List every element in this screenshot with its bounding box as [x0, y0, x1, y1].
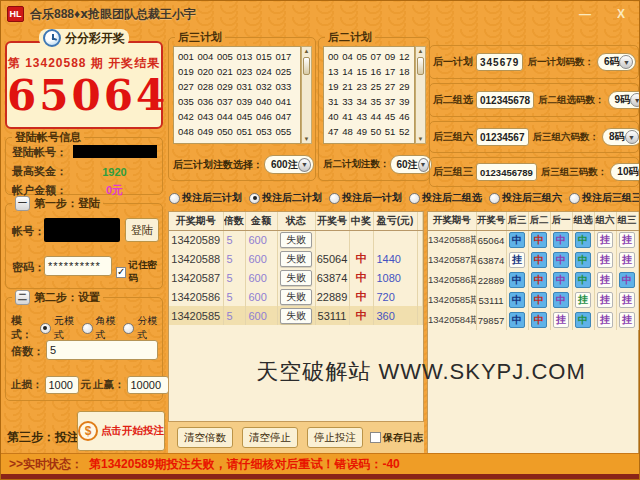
- flag-badge: 中: [575, 232, 591, 248]
- flag-badge: 中: [531, 292, 547, 308]
- flag-badge: 中: [531, 312, 547, 328]
- window-title: 合乐888♦ⅹ抢眼团队总裁王小宇: [30, 6, 196, 23]
- scroll-up-icon[interactable]: ▲: [418, 47, 424, 55]
- order-row[interactable]: 134205875600 失败 63874中1080: [169, 268, 423, 287]
- status-bar: >>实时状态： 第13420589期投注失败，请仔细核对后重试！错误码：-40: [1, 453, 640, 474]
- dropdown-arrow-icon[interactable]: ▼: [418, 158, 429, 172]
- flag-badge: 中: [531, 252, 547, 268]
- mode-fen-radio[interactable]: [123, 323, 134, 334]
- mode-yuan-radio[interactable]: [40, 323, 51, 334]
- order-row[interactable]: 134205865600 失败 22889中720: [169, 287, 423, 306]
- plan3-count-value: 600注: [271, 158, 298, 172]
- bet-option-label: 投注后二组选: [422, 191, 482, 205]
- stopwin-label: 止赢：: [93, 378, 125, 392]
- hou-san-zuliu-count-label: 后三组六码数：: [533, 131, 600, 144]
- clear-stop-button[interactable]: 清空停止: [242, 427, 298, 448]
- radio-icon[interactable]: [409, 193, 420, 204]
- hou-san-zuliu-name: 后三组六: [433, 130, 473, 144]
- clock-icon: [43, 29, 61, 47]
- stop-betting-button[interactable]: 停止投注: [307, 427, 363, 448]
- multiplier-input[interactable]: 5: [46, 340, 158, 360]
- status-badge: 失败: [280, 232, 312, 248]
- app-window: HL 合乐888♦ⅹ抢眼团队总裁王小宇 — X 分分彩开奖 第 13420588…: [0, 0, 640, 480]
- password-input[interactable]: **********: [44, 256, 112, 276]
- scroll-down-icon[interactable]: ▼: [418, 135, 424, 143]
- step1-login-group: 一 第一步：登陆 帐号： 登陆 密码： ********** ✓ 记住密码: [5, 203, 163, 289]
- minimize-button[interactable]: —: [579, 6, 591, 22]
- order-row[interactable]: 134205885600 失败 65064中1440: [169, 249, 423, 268]
- draw-period-line: 第 13420588 期 开奖结果: [7, 55, 161, 72]
- flag-badge: 挂: [597, 232, 613, 248]
- flag-badge: 中: [531, 232, 547, 248]
- hou-san-zusan-count-label: 后三组三码数：: [541, 166, 608, 179]
- flag-badge: 挂: [553, 312, 569, 328]
- flag-badge: 挂: [619, 312, 635, 328]
- radio-icon[interactable]: [489, 193, 500, 204]
- start-betting-button[interactable]: $ 点击开始投注: [77, 411, 165, 451]
- plan2-group: 后二计划 00 04 05 07 09 12 13 14 15 16 17 18…: [318, 37, 430, 181]
- save-log-label: 保存日志: [383, 431, 423, 445]
- order-row-selected[interactable]: 134205855600 失败 53111中360: [169, 306, 423, 325]
- mode-jiao-label: 角模式: [96, 314, 121, 342]
- hou-er-zuxuan-input[interactable]: 012345678: [476, 91, 534, 109]
- dropdown-arrow-icon[interactable]: ▼: [625, 130, 639, 144]
- bet-option-hou-san-zusan[interactable]: 投注后三组三: [569, 191, 640, 205]
- stoploss-input[interactable]: 1000: [45, 376, 79, 394]
- radio-icon[interactable]: [569, 193, 580, 204]
- plan3-count-dropdown[interactable]: 600注 ▼: [264, 155, 314, 174]
- radio-icon[interactable]: [329, 193, 340, 204]
- plan2-scrollbar[interactable]: ▲ ▼: [415, 46, 426, 144]
- max-bonus-value: 1920: [67, 166, 162, 178]
- plan2-numbers[interactable]: 00 04 05 07 09 12 13 14 15 16 17 18 19 2…: [323, 46, 415, 144]
- hou-san-zusan-box: 后三组三 0123456789 后三组三码数： 10码 ▼: [429, 157, 639, 187]
- status-prefix: >>实时状态：: [9, 456, 83, 473]
- bet-option-hou-san-plan[interactable]: 投注后三计划: [169, 191, 242, 205]
- col-amount: 金额: [245, 212, 277, 230]
- max-bonus-label: 最高奖金：: [12, 164, 67, 179]
- result-row[interactable]: 13420584期79857 中 中 挂 中 挂 挂: [428, 310, 638, 330]
- bet-option-hou-er-zuxuan[interactable]: 投注后二组选: [409, 191, 482, 205]
- password-label: 密码：: [12, 260, 45, 275]
- save-log-checkbox[interactable]: 保存日志: [370, 431, 423, 445]
- dropdown-arrow-icon[interactable]: ▼: [298, 158, 311, 172]
- result-row[interactable]: 13420588期65064 中 中 中 中 挂 挂: [428, 230, 638, 250]
- result-row[interactable]: 13420586期22889 中 中 中 中 挂 中: [428, 270, 638, 290]
- dropdown-arrow-icon[interactable]: ▼: [630, 93, 640, 107]
- scroll-thumb[interactable]: [417, 57, 424, 75]
- login-button[interactable]: 登陆: [125, 218, 159, 242]
- plan2-count-dropdown[interactable]: 60注 ▼: [390, 155, 432, 174]
- plan3-scrollbar[interactable]: ▲ ▼: [301, 46, 312, 144]
- close-button[interactable]: X: [617, 6, 625, 22]
- radio-icon[interactable]: [169, 193, 180, 204]
- bet-option-hou-san-zuliu[interactable]: 投注后三组六: [489, 191, 562, 205]
- bet-option-hou-yi-plan[interactable]: 投注后一计划: [329, 191, 402, 205]
- radio-icon[interactable]: [249, 193, 260, 204]
- stoploss-label: 止损：: [11, 378, 43, 392]
- result-row[interactable]: 13420587期63874 挂 中 中 中 挂 挂: [428, 250, 638, 270]
- result-row[interactable]: 13420585期53111 中 中 中 挂 挂 挂: [428, 290, 638, 310]
- clear-multiplier-button[interactable]: 清空倍数: [177, 427, 233, 448]
- flag-badge: 挂: [619, 252, 635, 268]
- username-input[interactable]: [44, 218, 120, 242]
- col-status: 状态: [277, 212, 315, 230]
- hou-san-zuliu-count-dropdown[interactable]: 8码 ▼: [602, 128, 640, 146]
- hou-yi-input[interactable]: 345679: [476, 53, 523, 71]
- scroll-down-icon[interactable]: ▼: [304, 135, 310, 143]
- hou-san-zusan-input[interactable]: 0123456789: [476, 163, 537, 181]
- bet-option-hou-er-plan[interactable]: 投注后二计划: [249, 191, 322, 205]
- hou-er-zuxuan-count-dropdown[interactable]: 9码 ▼: [608, 91, 640, 109]
- stopwin-input[interactable]: 10000: [127, 376, 169, 394]
- plan3-numbers[interactable]: 001 004 005 013 015 017 019 020 021 023 …: [173, 46, 301, 144]
- username-label: 帐号：: [12, 224, 45, 239]
- mode-jiao-radio[interactable]: [82, 323, 93, 334]
- scroll-up-icon[interactable]: ▲: [304, 47, 310, 55]
- hou-san-zusan-count-dropdown[interactable]: 10码 ▼: [610, 163, 640, 181]
- remember-password-checkbox[interactable]: ✓ 记住密码: [116, 259, 162, 285]
- dropdown-arrow-icon[interactable]: ▼: [619, 55, 633, 69]
- status-badge: 失败: [280, 308, 312, 324]
- order-row[interactable]: 134205895600 失败: [169, 230, 423, 249]
- scroll-thumb[interactable]: [303, 57, 310, 75]
- hou-san-zuliu-input[interactable]: 01234567: [476, 128, 529, 146]
- hou-yi-count-dropdown[interactable]: 6码 ▼: [597, 53, 637, 71]
- stoploss-unit: 元: [81, 378, 92, 392]
